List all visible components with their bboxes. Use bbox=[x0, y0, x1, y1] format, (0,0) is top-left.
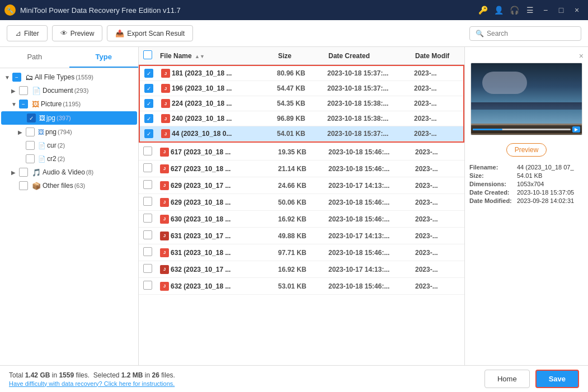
row-checkbox[interactable]: ✓ bbox=[144, 114, 153, 123]
selected-files: 26 bbox=[152, 371, 159, 379]
action-buttons: Home Save bbox=[484, 370, 579, 388]
col-size: Size bbox=[278, 52, 328, 60]
row-checkbox[interactable]: ✓ bbox=[144, 129, 153, 138]
table-row[interactable]: J 617 (2023_10_18 ... 19.35 KB 2023-10-1… bbox=[139, 144, 464, 160]
expand-icon: ▼ bbox=[4, 74, 12, 81]
checkbox-png[interactable] bbox=[26, 127, 35, 136]
user-icon[interactable]: 👤 bbox=[492, 3, 505, 17]
table-row[interactable]: J 632 (2023_10_18 ... 53.01 KB 2023-10-1… bbox=[139, 278, 464, 295]
preview-action-button[interactable]: Preview bbox=[506, 143, 547, 157]
table-row[interactable]: J 631 (2023_10_17 ... 49.88 KB 2023-10-1… bbox=[139, 228, 464, 244]
row-checkbox[interactable]: ✓ bbox=[144, 84, 153, 93]
checkbox-cur[interactable] bbox=[26, 141, 35, 150]
row-checkbox[interactable] bbox=[143, 163, 152, 172]
table-row[interactable]: J 627 (2023_10_18 ... 21.14 KB 2023-10-1… bbox=[139, 160, 464, 177]
file-type-icon: J bbox=[161, 129, 170, 138]
row-checkbox[interactable] bbox=[143, 197, 152, 206]
detail-dimensions: Dimensions: 1053x704 bbox=[469, 181, 584, 187]
tree-item-jpg[interactable]: ✓ 🖼 jpg (397) bbox=[1, 111, 137, 125]
save-button[interactable]: Save bbox=[535, 370, 579, 388]
filter-label: Filter bbox=[24, 30, 39, 37]
file-name: 627 (2023_10_18 ... bbox=[171, 165, 278, 173]
table-row[interactable]: ✓ J 181 (2023_10_18 ... 80.96 KB 2023-10… bbox=[140, 66, 463, 81]
cloud-layer bbox=[482, 72, 527, 94]
close-button[interactable]: × bbox=[570, 3, 584, 17]
help-link[interactable]: Have difficulty with data recovery? Clic… bbox=[9, 380, 175, 387]
row-checkbox[interactable] bbox=[143, 180, 152, 189]
checkbox-other[interactable] bbox=[19, 181, 28, 190]
row-checkbox[interactable] bbox=[143, 281, 152, 290]
header-checkbox[interactable] bbox=[143, 50, 152, 59]
row-checkbox[interactable]: ✓ bbox=[144, 99, 153, 108]
checkbox-audio[interactable] bbox=[19, 168, 28, 177]
headphone-icon[interactable]: 🎧 bbox=[507, 3, 521, 17]
size-label: Size: bbox=[469, 172, 517, 179]
table-row[interactable]: J 629 (2023_10_17 ... 24.66 KB 2023-10-1… bbox=[139, 177, 464, 194]
checkbox-picture[interactable]: − bbox=[19, 100, 28, 108]
file-date-modif: 2023-... bbox=[415, 165, 460, 173]
cur-icon: 📄 bbox=[38, 142, 46, 149]
row-checkbox[interactable] bbox=[143, 230, 152, 239]
checkbox-jpg[interactable]: ✓ bbox=[27, 114, 36, 122]
menu-icon[interactable]: ☰ bbox=[523, 3, 537, 17]
preview-controls-bar: ▶ bbox=[471, 125, 582, 133]
tree-item-document[interactable]: ▶ 📄 Document (293) bbox=[0, 84, 138, 97]
main-layout: Path Type ▼ − 🗂 All File Types (1559) ▶ … bbox=[0, 47, 588, 365]
filter-button[interactable]: ⊿ Filter bbox=[7, 25, 48, 41]
date-created-value: 2023-10-18 15:37:05 bbox=[517, 189, 584, 196]
file-type-icon: J bbox=[160, 232, 169, 240]
search-input[interactable] bbox=[487, 30, 575, 37]
item-count: (794) bbox=[58, 129, 72, 135]
table-row[interactable]: J 631 (2023_10_18 ... 97.71 KB 2023-10-1… bbox=[139, 244, 464, 261]
item-label: jpg bbox=[46, 114, 55, 122]
row-checkbox[interactable] bbox=[143, 264, 152, 273]
file-date-created: 2023-10-18 15:46:... bbox=[328, 249, 415, 257]
audio-icon: 🎵 bbox=[32, 168, 41, 177]
header-checkbox-col bbox=[143, 50, 160, 61]
checkbox-all[interactable]: − bbox=[12, 73, 21, 82]
table-row[interactable]: ✓ J 224 (2023_10_18 ... 54.35 KB 2023-10… bbox=[140, 96, 463, 111]
file-date-created: 2023-10-17 14:13:... bbox=[328, 232, 415, 240]
row-checkbox[interactable]: ✓ bbox=[144, 69, 153, 78]
table-row[interactable]: J 630 (2023_10_18 ... 16.92 KB 2023-10-1… bbox=[139, 211, 464, 228]
tree-item-other[interactable]: 📦 Other files (63) bbox=[0, 179, 138, 192]
preview-play-button[interactable]: ▶ bbox=[572, 126, 580, 133]
file-date-modif: 2023-... bbox=[415, 148, 460, 156]
table-row[interactable]: ✓ J 240 (2023_10_18 ... 96.89 KB 2023-10… bbox=[140, 111, 463, 126]
tab-path[interactable]: Path bbox=[0, 47, 69, 68]
file-type-tree: ▼ − 🗂 All File Types (1559) ▶ 📄 Document… bbox=[0, 68, 138, 365]
key-icon[interactable]: 🔑 bbox=[476, 3, 490, 17]
expand-icon: ▶ bbox=[11, 169, 19, 176]
tree-item-png[interactable]: ▶ 🖼 png (794) bbox=[0, 125, 138, 139]
item-label: Other files bbox=[43, 182, 73, 190]
row-checkbox[interactable] bbox=[143, 147, 152, 155]
close-panel-button[interactable]: × bbox=[579, 51, 584, 60]
table-row[interactable]: J 632 (2023_10_17 ... 16.92 KB 2023-10-1… bbox=[139, 261, 464, 278]
dimensions-value: 1053x704 bbox=[517, 181, 584, 187]
row-checkbox[interactable] bbox=[143, 214, 152, 223]
detail-date-modified: Date Modified: 2023-09-28 14:02:31 bbox=[469, 197, 584, 204]
home-button[interactable]: Home bbox=[484, 370, 530, 388]
minimize-button[interactable]: − bbox=[539, 3, 552, 17]
preview-button[interactable]: 👁 Preview bbox=[52, 25, 103, 41]
item-count: (1559) bbox=[76, 74, 93, 81]
maximize-button[interactable]: □ bbox=[554, 3, 568, 17]
table-row[interactable]: ✓ J 196 (2023_10_18 ... 54.47 KB 2023-10… bbox=[140, 81, 463, 96]
checkbox-document[interactable] bbox=[19, 86, 28, 95]
tree-item-audio[interactable]: ▶ 🎵 Audio & Video (8) bbox=[0, 166, 138, 179]
export-button[interactable]: 📤 Export Scan Result bbox=[107, 25, 193, 41]
tree-item-picture[interactable]: ▼ − 🖼 Picture (1195) bbox=[0, 97, 138, 111]
table-row[interactable]: J 629 (2023_10_18 ... 50.06 KB 2023-10-1… bbox=[139, 194, 464, 211]
left-panel: Path Type ▼ − 🗂 All File Types (1559) ▶ … bbox=[0, 47, 139, 365]
file-name: 181 (2023_10_18 ... bbox=[172, 69, 277, 77]
file-size: 50.06 KB bbox=[278, 199, 328, 206]
tree-item-cr2[interactable]: 📄 cr2 (2) bbox=[0, 152, 138, 166]
table-row[interactable]: ✓ J 44 (2023_10_18 0... 54.01 KB 2023-10… bbox=[140, 126, 463, 141]
file-size: 54.47 KB bbox=[277, 84, 327, 92]
row-checkbox[interactable] bbox=[143, 247, 152, 256]
search-icon: 🔍 bbox=[476, 30, 484, 37]
tab-type[interactable]: Type bbox=[69, 47, 139, 68]
tree-item-cur[interactable]: 📄 cur (2) bbox=[0, 139, 138, 152]
tree-item-all[interactable]: ▼ − 🗂 All File Types (1559) bbox=[0, 70, 138, 84]
checkbox-cr2[interactable] bbox=[26, 154, 35, 163]
